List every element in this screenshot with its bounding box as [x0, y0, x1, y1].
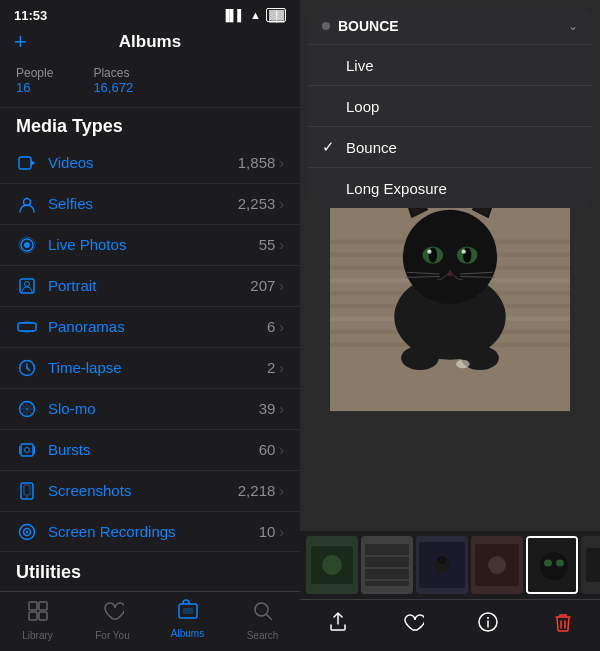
bursts-icon — [16, 439, 38, 461]
thumbnail-strip — [300, 531, 600, 599]
action-bar — [300, 599, 600, 651]
svg-point-62 — [462, 250, 466, 254]
media-item-selfies[interactable]: Selfies 2,253 › — [0, 184, 300, 225]
svg-rect-29 — [29, 612, 37, 620]
places-count: 16,672 — [93, 80, 133, 95]
bounce-checkmark: ✓ — [322, 138, 338, 156]
slo-mo-icon — [16, 398, 38, 420]
svg-point-73 — [322, 555, 342, 575]
videos-label: Videos — [48, 154, 238, 171]
svg-point-61 — [427, 250, 431, 254]
for-you-tab-icon — [102, 600, 124, 627]
time-lapse-count: 2 — [267, 359, 275, 376]
videos-chevron: › — [279, 155, 284, 171]
screen-recordings-icon — [16, 521, 38, 543]
delete-button[interactable] — [525, 611, 600, 638]
media-item-panoramas[interactable]: Panoramas 6 › — [0, 307, 300, 348]
media-item-screenshots[interactable]: Screenshots 2,218 › — [0, 471, 300, 512]
svg-rect-17 — [19, 446, 21, 454]
tab-search[interactable]: Search — [225, 598, 300, 643]
places-label: Places — [93, 66, 133, 80]
thumbnail-4[interactable] — [471, 536, 523, 594]
media-item-live-photos[interactable]: Live Photos 55 › — [0, 225, 300, 266]
videos-icon — [16, 152, 38, 174]
dropdown-option-bounce[interactable]: ✓ Bounce — [308, 127, 592, 168]
media-list: Videos 1,858 › Selfies 2,253 › — [0, 143, 300, 552]
tab-library[interactable]: Library — [0, 598, 75, 643]
svg-rect-16 — [21, 444, 33, 456]
svg-point-10 — [26, 367, 28, 369]
info-button[interactable] — [450, 611, 525, 638]
tab-for-you[interactable]: For You — [75, 598, 150, 643]
svg-rect-30 — [39, 612, 47, 620]
media-item-videos[interactable]: Videos 1,858 › — [0, 143, 300, 184]
media-item-portrait[interactable]: Portrait 207 › — [0, 266, 300, 307]
svg-point-22 — [26, 496, 28, 498]
bursts-label: Bursts — [48, 441, 259, 458]
panoramas-chevron: › — [279, 319, 284, 335]
svg-point-25 — [26, 530, 28, 532]
places-item[interactable]: Places 16,672 — [93, 66, 133, 95]
thumbnail-2[interactable] — [361, 536, 413, 594]
dropdown-bullet — [322, 22, 330, 30]
time-lapse-label: Time-lapse — [48, 359, 267, 376]
favorite-button[interactable] — [375, 611, 450, 638]
people-item[interactable]: People 16 — [16, 66, 53, 95]
people-places-row: People 16 Places 16,672 — [0, 60, 300, 107]
media-item-slo-mo[interactable]: Slo-mo 39 › — [0, 389, 300, 430]
dropdown-title: BOUNCE — [338, 18, 568, 34]
people-label: People — [16, 66, 53, 80]
time-lapse-icon — [16, 357, 38, 379]
bursts-count: 60 — [259, 441, 276, 458]
people-count: 16 — [16, 80, 53, 95]
screenshots-label: Screenshots — [48, 482, 238, 499]
selfies-icon — [16, 193, 38, 215]
svg-rect-21 — [24, 485, 30, 495]
left-panel: 11:53 ▐▌▌ ▲ ▓▓ + Albums People 16 Places… — [0, 0, 300, 651]
svg-point-52 — [403, 210, 497, 304]
thumbnail-5[interactable] — [526, 536, 578, 594]
svg-point-7 — [25, 281, 30, 286]
thumbnail-3[interactable] — [416, 536, 468, 594]
slo-mo-label: Slo-mo — [48, 400, 259, 417]
screen-recordings-chevron: › — [279, 524, 284, 540]
search-tab-icon — [252, 600, 274, 627]
status-time: 11:53 — [14, 8, 47, 23]
media-item-time-lapse[interactable]: Time-lapse 2 › — [0, 348, 300, 389]
thumbnail-1[interactable] — [306, 536, 358, 594]
dropdown-option-long-exposure[interactable]: ✓ Long Exposure — [308, 168, 592, 208]
dropdown-header[interactable]: BOUNCE ⌄ — [308, 8, 592, 45]
dropdown-option-loop[interactable]: ✓ Loop — [308, 86, 592, 127]
search-tab-label: Search — [247, 630, 279, 641]
thumbnail-6[interactable] — [581, 536, 600, 594]
share-button[interactable] — [300, 611, 375, 638]
panoramas-label: Panoramas — [48, 318, 267, 335]
media-types-header: Media Types — [0, 108, 300, 143]
svg-line-34 — [266, 615, 271, 620]
selfies-label: Selfies — [48, 195, 238, 212]
screenshots-icon — [16, 480, 38, 502]
svg-point-70 — [456, 360, 470, 369]
svg-rect-27 — [29, 602, 37, 610]
add-button[interactable]: + — [14, 31, 27, 53]
screen-recordings-label: Screen Recordings — [48, 523, 259, 540]
live-photos-label: Live Photos — [48, 236, 259, 253]
tab-albums[interactable]: Albums — [150, 598, 225, 643]
info-icon — [477, 611, 499, 638]
albums-title: Albums — [119, 32, 181, 52]
dropdown-live-label: Live — [346, 57, 374, 74]
svg-point-3 — [24, 242, 30, 248]
live-photos-chevron: › — [279, 237, 284, 253]
status-icons: ▐▌▌ ▲ ▓▓ — [222, 8, 286, 22]
media-item-bursts[interactable]: Bursts 60 › — [0, 430, 300, 471]
media-item-screen-recordings[interactable]: Screen Recordings 10 › — [0, 512, 300, 552]
svg-point-88 — [544, 560, 552, 567]
live-photos-icon — [16, 234, 38, 256]
screenshots-chevron: › — [279, 483, 284, 499]
svg-point-68 — [401, 346, 439, 370]
svg-point-89 — [556, 560, 564, 567]
albums-tab-icon — [177, 598, 199, 625]
portrait-count: 207 — [250, 277, 275, 294]
dropdown-option-live[interactable]: ✓ Live — [308, 45, 592, 86]
videos-count: 1,858 — [238, 154, 276, 171]
